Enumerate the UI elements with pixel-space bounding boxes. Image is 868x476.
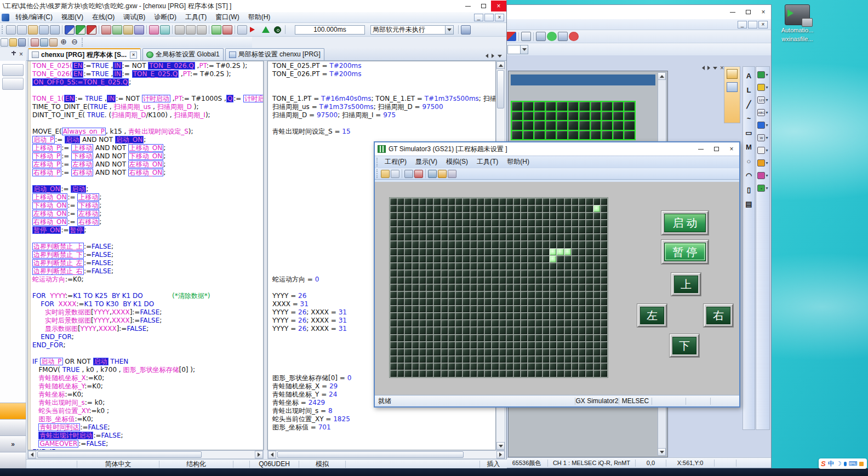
comment-display-tool-icon[interactable]: W▾ <box>757 134 768 141</box>
redo-icon[interactable] <box>50 25 60 35</box>
library-book-icon[interactable] <box>727 69 738 79</box>
tab-next-icon[interactable] <box>492 54 494 58</box>
undo-icon[interactable] <box>39 25 49 35</box>
simulation-stop-icon[interactable] <box>274 26 281 33</box>
menu-item[interactable]: 调试(B) <box>119 12 150 22</box>
ladder-delete-icon[interactable] <box>222 25 232 35</box>
zoom-in-icon[interactable]: ⊕ <box>59 38 68 47</box>
device-label-icon[interactable] <box>87 25 96 35</box>
parts-display-tool-icon[interactable]: ▾ <box>757 147 768 154</box>
menu-item[interactable]: 诊断(D) <box>150 12 181 22</box>
pin-icon[interactable] <box>12 51 16 58</box>
mdi-restore-icon[interactable] <box>484 14 494 21</box>
text-tool-icon[interactable]: A <box>744 71 753 81</box>
program-monitor-icon[interactable] <box>134 25 144 35</box>
table-tool-icon[interactable]: ▤ <box>744 199 753 209</box>
moon-icon[interactable]: ☽ <box>836 460 842 467</box>
comm-setup-icon[interactable] <box>506 32 516 41</box>
tab-list-icon[interactable] <box>713 67 717 70</box>
snapshot-icon[interactable] <box>428 170 437 178</box>
recipe-tool-icon[interactable]: +▾ <box>757 185 768 192</box>
menu-item[interactable]: 显示(V) <box>411 157 442 167</box>
menu-item[interactable]: 帮助(H) <box>244 12 275 22</box>
menu-item[interactable]: 工具(T) <box>181 12 211 22</box>
ascii-display-tool-icon[interactable]: ABC▾ <box>757 109 768 116</box>
st-code-editor[interactable]: TON_E_025(EN:=TRUE ,IN:= NOT TON_E_026.Q… <box>27 61 264 450</box>
arc-tool-icon[interactable]: ◠ <box>744 171 753 180</box>
ladder-insert-icon[interactable] <box>212 25 221 35</box>
keyboard-icon[interactable]: ⌨ <box>849 460 858 467</box>
program-read-icon[interactable] <box>112 25 122 35</box>
simulation-start-icon[interactable] <box>250 27 258 32</box>
simulator-tool-icon[interactable] <box>558 32 568 41</box>
left-button[interactable]: 左 <box>637 304 667 327</box>
ime-icon[interactable] <box>727 82 738 92</box>
dock-collapsed-bar[interactable] <box>2 64 24 76</box>
tab-scroll-left-icon[interactable] <box>702 66 705 70</box>
find-instruction-icon[interactable] <box>40 38 48 47</box>
dock-stack-button-active[interactable] <box>0 403 26 419</box>
tab-close-icon[interactable]: × <box>720 64 724 72</box>
maximize-icon[interactable] <box>740 7 756 18</box>
ime-toolbar[interactable]: S 中 ☽ ⌨ <box>819 458 867 469</box>
device-memory-icon[interactable] <box>76 25 85 35</box>
menu-item[interactable]: 工程(P) <box>380 157 411 167</box>
skin-icon[interactable] <box>859 462 864 466</box>
start-button[interactable]: 启动 <box>661 211 709 235</box>
dock-stack-button[interactable] <box>0 452 26 468</box>
mdi-minimize-icon[interactable]: _ <box>474 14 483 21</box>
dock-stack-button[interactable]: » <box>0 435 26 452</box>
menu-item[interactable]: 帮助(H) <box>502 157 534 167</box>
new-window-icon[interactable] <box>1 38 8 47</box>
sogou-icon[interactable]: S <box>821 460 826 468</box>
note-icon[interactable] <box>197 25 207 35</box>
monitor-condition-icon[interactable] <box>461 25 471 35</box>
rect-tool-icon[interactable]: ▭ <box>744 128 753 137</box>
tab-global-label[interactable]: 全局标签设置 Global1 <box>142 48 224 60</box>
menu-item[interactable]: 视图(V) <box>57 12 88 22</box>
simulator-stop-icon[interactable] <box>569 32 579 41</box>
screen-preview-icon[interactable] <box>521 32 531 41</box>
zoom-combo[interactable] <box>507 45 528 54</box>
maximize-icon[interactable] <box>709 144 724 154</box>
pane-splitter[interactable] <box>264 61 267 450</box>
lamp-tool-icon[interactable]: ▾ <box>757 84 768 91</box>
logo-tool-icon[interactable]: L <box>744 85 753 95</box>
device-comment-icon[interactable] <box>65 25 75 35</box>
up-button[interactable]: 上 <box>671 273 701 296</box>
ladder-edit-icon[interactable] <box>175 25 185 35</box>
simulator-update-icon[interactable] <box>547 32 557 41</box>
open-icon[interactable] <box>381 170 390 178</box>
statement-icon[interactable] <box>186 25 196 35</box>
close-icon[interactable]: × <box>724 144 739 154</box>
copy-icon[interactable] <box>17 25 27 35</box>
tab-menu-icon[interactable] <box>498 55 502 58</box>
save-project-icon[interactable] <box>18 38 26 47</box>
menu-item[interactable]: 窗口(W) <box>211 12 243 22</box>
pause-button[interactable]: 暂停 <box>661 240 709 264</box>
polyline-tool-icon[interactable]: ~ <box>744 114 753 123</box>
sector-tool-icon[interactable]: ▯ <box>744 185 753 194</box>
minimize-icon[interactable] <box>460 1 476 12</box>
save-icon[interactable] <box>391 170 399 178</box>
code-horizontal-scrollbar[interactable] <box>27 450 264 459</box>
mdi-close-icon[interactable]: × <box>758 21 768 28</box>
simulator-activate-icon[interactable] <box>536 32 546 41</box>
right-button[interactable]: 右 <box>704 304 733 327</box>
switch-tool-icon[interactable]: ▾ <box>757 71 768 78</box>
scan-time-field[interactable]: 100.000ms <box>295 25 365 35</box>
option-icon[interactable] <box>448 170 456 178</box>
tab-prev-icon[interactable] <box>486 54 488 58</box>
desktop-icon-automation[interactable]: Automatio... wxinasfile... <box>774 4 821 43</box>
tab-close-icon[interactable]: × <box>130 51 137 59</box>
device-monitor-icon[interactable] <box>438 170 447 178</box>
dock-stack-button[interactable] <box>0 419 26 435</box>
close-icon[interactable]: × <box>491 1 506 12</box>
monitor-mode-icon[interactable] <box>149 25 159 35</box>
clock-tool-icon[interactable]: ▾ <box>757 122 768 129</box>
minimize-icon[interactable] <box>693 144 709 154</box>
mdi-close-icon[interactable]: × <box>495 14 504 21</box>
minimize-icon[interactable] <box>725 7 740 18</box>
paste-icon[interactable] <box>28 25 38 35</box>
zoom-out-icon[interactable]: ⊖ <box>70 38 79 47</box>
